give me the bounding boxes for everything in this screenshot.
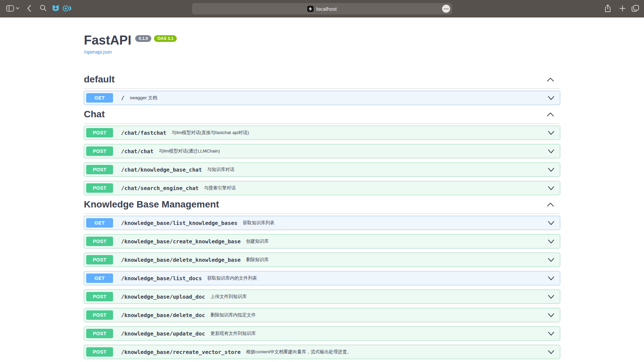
chevron-down-icon [548,131,554,135]
chevron-down-icon [548,221,554,225]
section-header[interactable]: Chat [84,109,560,124]
endpoint-path: /knowledge_base/upload_doc [121,294,205,300]
api-info-header: FastAPI 0.1.0 OAS 3.1 [84,34,560,47]
swagger-page: FastAPI 0.1.0 OAS 3.1 /openapi.json defa… [0,17,644,359]
chevron-down-icon [548,295,554,299]
back-button[interactable] [27,5,32,12]
api-sections: default GET / swagger 文档 Chat POST /chat… [84,74,560,359]
back-icon [27,5,32,12]
chevron-down-icon [548,186,554,190]
chevron-down-icon [548,96,554,100]
endpoint-description: 删除知识库内指定文件 [210,312,256,318]
endpoint-description: swagger 文档 [130,95,157,101]
page-title: FastAPI [84,34,131,47]
method-badge: POST [86,165,113,174]
section-title: default [84,74,115,84]
version-badge: 0.1.0 [135,35,151,42]
new-tab-button[interactable] [619,5,626,12]
chevron-up-icon [547,112,554,117]
sidebar-menu-chevron-button[interactable] [16,7,19,10]
endpoint-row[interactable]: POST /chat/chat 与llm模型对话(通过LLMChain) [84,144,560,158]
method-badge: POST [86,146,113,156]
browser-toolbar: localhost [0,0,644,17]
ripple-star-extension-icon [62,4,71,12]
chevron-down-icon [548,149,554,154]
api-section: Chat POST /chat/fastchat 与llm模型对话(直接与fas… [84,109,560,195]
new-tab-icon [619,5,626,12]
address-bar[interactable]: localhost [192,3,452,14]
tab-overview-icon [631,5,639,12]
shield-download-extension-icon [52,4,60,13]
endpoint-row[interactable]: POST /knowledge_base/update_doc 更新现有文件到知… [84,326,560,341]
endpoint-row[interactable]: POST /knowledge_base/recreate_vector_sto… [84,345,560,359]
section-title: Chat [84,109,105,119]
section-header[interactable]: default [84,74,560,89]
method-badge: GET [86,218,113,228]
method-badge: POST [86,292,113,301]
method-badge: POST [86,183,113,193]
section-rows: POST /chat/fastchat 与llm模型对话(直接与fastchat… [84,126,560,195]
method-badge: POST [86,329,113,338]
page-settings-button[interactable] [442,5,450,13]
chevron-down-icon [548,331,554,336]
openapi-spec-link[interactable]: /openapi.json [84,49,112,55]
search-button[interactable] [40,4,47,12]
tab-overview-button[interactable] [631,5,639,12]
section-title: Knowledge Base Management [84,199,219,209]
chevron-down-icon [548,313,554,317]
endpoint-row[interactable]: POST /knowledge_base/upload_doc 上传文件到知识库 [84,290,560,304]
api-section: default GET / swagger 文档 [84,74,560,105]
method-badge: POST [86,347,113,357]
chevron-down-icon [548,168,554,172]
extension-ripple-star-button[interactable] [62,4,71,12]
endpoint-path: /knowledge_base/delete_knowledge_base [121,257,240,263]
section-rows: GET / swagger 文档 [84,91,560,105]
search-icon [40,4,47,12]
chevron-down-icon [548,239,554,244]
share-button[interactable] [604,4,611,12]
oas-badge: OAS 3.1 [154,35,177,42]
url-text: localhost [316,6,337,12]
endpoint-row[interactable]: POST /chat/knowledge_base_chat 与知识库对话 [84,163,560,177]
endpoint-row[interactable]: GET /knowledge_base/list_knowledge_bases… [84,216,560,230]
chevron-down-icon [16,7,19,10]
endpoint-description: 获取知识库内的文件列表 [207,275,257,281]
share-icon [604,4,611,12]
endpoint-row[interactable]: POST /knowledge_base/create_knowledge_ba… [84,234,560,248]
endpoint-path: /chat/search_engine_chat [121,185,199,191]
endpoint-path: /knowledge_base/create_knowledge_base [121,238,240,245]
section-rows: GET /knowledge_base/list_knowledge_bases… [84,216,560,359]
api-section: Knowledge Base Management GET /knowledge… [84,199,560,359]
method-badge: POST [86,128,113,137]
endpoint-path: /knowledge_base/recreate_vector_store [121,349,240,355]
method-badge: GET [86,274,113,283]
endpoint-path: /chat/chat [121,148,153,155]
endpoint-description: 与知识库对话 [207,167,234,173]
method-badge: POST [86,255,113,264]
endpoint-description: 上传文件到知识库 [210,294,247,300]
chevron-down-icon [548,258,554,262]
lightning-bolt-icon [309,7,312,11]
endpoint-path: /knowledge_base/update_doc [121,330,205,337]
site-favicon [307,6,314,12]
sidebar-toggle-button[interactable] [6,5,14,12]
extension-shield-download-button[interactable] [52,4,60,13]
endpoint-description: 与搜索引擎对话 [204,185,236,191]
endpoint-row[interactable]: GET / swagger 文档 [84,91,560,105]
endpoint-path: /knowledge_base/list_docs [121,275,202,282]
method-badge: POST [86,237,113,246]
endpoint-row[interactable]: POST /knowledge_base/delete_doc 删除知识库内指定… [84,308,560,322]
chevron-up-icon [547,202,554,207]
endpoint-row[interactable]: POST /knowledge_base/delete_knowledge_ba… [84,253,560,267]
sidebar-icon [6,5,14,12]
method-badge: POST [86,310,113,320]
section-header[interactable]: Knowledge Base Management [84,199,560,214]
endpoint-description: 获取知识库列表 [243,220,275,226]
endpoint-row[interactable]: POST /chat/search_engine_chat 与搜索引擎对话 [84,181,560,195]
endpoint-path: /knowledge_base/list_knowledge_bases [121,220,237,226]
endpoint-row[interactable]: GET /knowledge_base/list_docs 获取知识库内的文件列… [84,271,560,285]
endpoint-description: 删除知识库 [246,257,269,263]
chevron-down-icon [548,350,554,354]
endpoint-description: 根据content中文档重建向量库，流式输出处理进度。 [246,349,351,355]
endpoint-row[interactable]: POST /chat/fastchat 与llm模型对话(直接与fastchat… [84,126,560,140]
